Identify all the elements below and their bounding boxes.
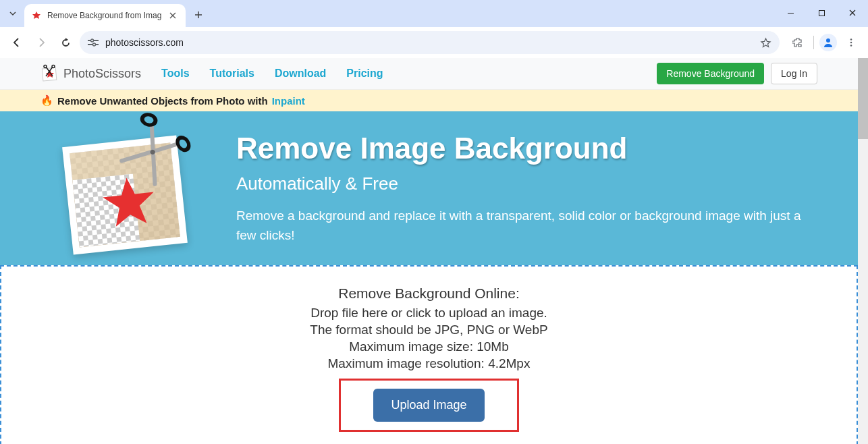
upload-instruction-3: Maximum image size: 10Mb [15,339,843,354]
hero-section: Remove Image Background Automatically & … [0,111,858,265]
menu-icon[interactable] [841,32,861,53]
site-nav: PhotoScissors Tools Tutorials Download P… [0,58,858,90]
tab-title: Remove Background from Imag [47,11,161,20]
hero-title: Remove Image Background [236,132,824,165]
profile-button[interactable] [819,34,837,51]
url-text: photoscissors.com [105,37,753,48]
browser-toolbar: photoscissors.com [0,27,868,58]
svg-rect-3 [93,40,99,41]
scrollbar-thumb[interactable] [858,58,868,139]
close-window-button[interactable] [837,0,868,26]
upload-dropzone[interactable]: Remove Background Online: Drop file here… [0,265,858,444]
svg-rect-1 [819,10,824,16]
nav-link-tutorials[interactable]: Tutorials [210,67,254,80]
upload-instruction-2: The format should be JPG, PNG or WebP [15,323,843,337]
upload-button-highlight: Upload Image [339,379,518,432]
page-viewport: PhotoScissors Tools Tutorials Download P… [0,58,868,444]
back-button[interactable] [7,32,27,53]
site-settings-icon[interactable] [88,38,99,47]
nav-link-pricing[interactable]: Pricing [346,67,383,80]
fire-icon: 🔥 [40,94,53,107]
login-button[interactable]: Log In [771,63,817,84]
svg-rect-5 [88,44,93,45]
window-controls [775,0,868,26]
hero-description: Remove a background and replace it with … [236,206,824,245]
svg-point-9 [850,38,852,40]
svg-point-4 [91,39,94,42]
upload-instruction-1: Drop file here or click to upload an ima… [15,306,843,321]
tab-favicon-icon [31,10,42,21]
minimize-button[interactable] [775,0,806,26]
forward-button[interactable] [31,32,51,53]
svg-point-14 [44,65,47,68]
svg-point-7 [93,43,96,46]
tab-bar: Remove Background from Imag [0,0,868,27]
upload-instruction-4: Maximum image resolution: 4.2Mpx [15,356,843,371]
new-tab-button[interactable] [192,9,205,21]
hero-subtitle: Automatically & Free [236,173,824,194]
svg-point-11 [850,45,852,47]
nav-link-tools[interactable]: Tools [161,67,189,80]
nav-links: Tools Tutorials Download Pricing [161,67,383,80]
tab-close-icon[interactable] [167,9,179,22]
promo-banner: 🔥 Remove Unwanted Objects from Photo wit… [0,90,858,111]
svg-point-10 [850,42,852,44]
reload-button[interactable] [55,32,76,53]
nav-link-download[interactable]: Download [275,67,326,80]
scrollbar-track[interactable] [858,58,868,444]
maximize-button[interactable] [806,0,837,26]
extensions-icon[interactable] [788,32,808,53]
banner-text: Remove Unwanted Objects from Photo with [57,95,268,107]
hero-image [54,121,202,256]
upload-image-button[interactable]: Upload Image [373,389,484,422]
tabs-search-dropdown[interactable] [5,6,20,21]
svg-marker-0 [32,11,40,19]
browser-tab[interactable]: Remove Background from Imag [24,4,186,27]
bookmark-icon[interactable] [760,37,771,49]
brand[interactable]: PhotoScissors [40,64,141,83]
browser-chrome: Remove Background from Imag [0,0,868,58]
remove-background-button[interactable]: Remove Background [657,63,764,84]
address-bar[interactable]: photoscissors.com [80,31,780,54]
svg-point-8 [826,38,830,43]
brand-name: PhotoScissors [63,67,141,81]
brand-icon [40,64,59,83]
upload-heading: Remove Background Online: [15,285,843,302]
svg-point-15 [52,65,55,68]
banner-link[interactable]: Inpaint [272,95,305,107]
